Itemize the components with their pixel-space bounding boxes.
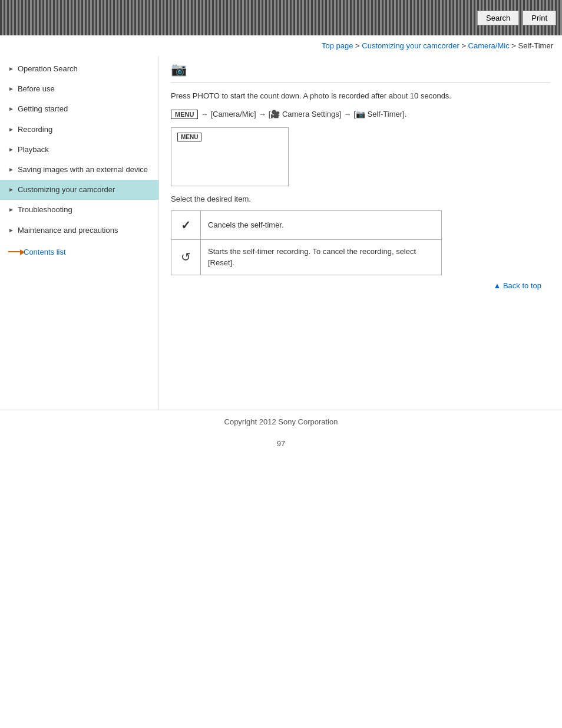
arrow-icon: ►: [8, 226, 14, 235]
page-description: Press PHOTO to start the count down. A p…: [171, 90, 550, 103]
back-to-top-anchor[interactable]: ▲ Back to top: [493, 281, 541, 290]
cancel-text: Cancels the self-timer.: [201, 211, 441, 239]
main-content: 📷 Press PHOTO to start the count down. A…: [159, 56, 562, 410]
page-layout: ► Operation Search ► Before use ► Gettin…: [0, 56, 562, 410]
preview-menu-btn: MENU: [177, 133, 201, 141]
arrow-icon: ►: [8, 65, 14, 73]
preview-box: MENU: [171, 127, 289, 186]
self-timer-label: [📷 Self-Timer].: [353, 110, 406, 118]
camera-settings-label: [🎥 Camera Settings]: [269, 110, 342, 118]
option-row-start: ↺ Starts the self-timer recording. To ca…: [171, 240, 441, 275]
camera-mic-label: [Camera/Mic]: [210, 110, 256, 118]
arrow-icon: ►: [8, 85, 14, 93]
camera-icon: 📷: [171, 62, 550, 77]
arrow-icon: ►: [8, 166, 14, 174]
footer: Copyright 2012 Sony Corporation: [0, 410, 562, 433]
arrow-text2: →: [259, 110, 266, 118]
arrow-icon: ►: [8, 186, 14, 194]
sidebar-item-operation-search[interactable]: ► Operation Search: [0, 59, 158, 79]
arrow-text3: →: [343, 110, 351, 118]
sidebar: ► Operation Search ► Before use ► Gettin…: [0, 56, 159, 410]
sidebar-item-customizing[interactable]: ► Customizing your camcorder: [0, 180, 158, 200]
breadcrumb: Top page > Customizing your camcorder > …: [0, 35, 562, 56]
sidebar-item-recording[interactable]: ► Recording: [0, 120, 158, 140]
breadcrumb-camera-mic[interactable]: Camera/Mic: [468, 41, 510, 50]
sidebar-item-saving-images[interactable]: ► Saving images with an external device: [0, 160, 158, 180]
select-item-text: Select the desired item.: [171, 195, 550, 203]
arrow-icon: ►: [8, 105, 14, 113]
sidebar-item-troubleshooting[interactable]: ► Troubleshooting: [0, 200, 158, 220]
sidebar-item-before-use[interactable]: ► Before use: [0, 79, 158, 99]
breadcrumb-top[interactable]: Top page: [322, 41, 353, 50]
breadcrumb-self-timer: Self-Timer: [518, 41, 553, 50]
sidebar-item-getting-started[interactable]: ► Getting started: [0, 99, 158, 119]
breadcrumb-customizing[interactable]: Customizing your camcorder: [362, 41, 459, 50]
print-button[interactable]: Print: [523, 11, 556, 25]
checkmark-icon: ✓: [171, 211, 201, 239]
menu-button-label: MENU: [171, 110, 198, 119]
sidebar-item-maintenance[interactable]: ► Maintenance and precautions: [0, 220, 158, 241]
contents-list-link[interactable]: Contents list: [0, 241, 158, 263]
page-header: Search Print: [0, 0, 562, 35]
back-to-top-link[interactable]: ▲ Back to top: [171, 275, 550, 296]
timer-icon: ↺: [171, 240, 201, 275]
copyright-text: Copyright 2012 Sony Corporation: [224, 417, 338, 426]
arrow-icon: ►: [8, 146, 14, 154]
arrow-text: →: [200, 110, 208, 118]
search-button[interactable]: Search: [477, 11, 519, 25]
options-table: ✓ Cancels the self-timer. ↺ Starts the s…: [171, 210, 442, 275]
sidebar-item-playback[interactable]: ► Playback: [0, 140, 158, 160]
page-number: 97: [0, 433, 562, 454]
menu-path: MENU → [Camera/Mic] → [🎥 Camera Settings…: [171, 110, 550, 119]
arrow-icon: ►: [8, 126, 14, 134]
option-row-cancel: ✓ Cancels the self-timer.: [171, 211, 441, 240]
start-text: Starts the self-timer recording. To canc…: [201, 240, 441, 275]
arrow-icon: ►: [8, 206, 14, 214]
page-title-section: 📷: [171, 62, 550, 83]
